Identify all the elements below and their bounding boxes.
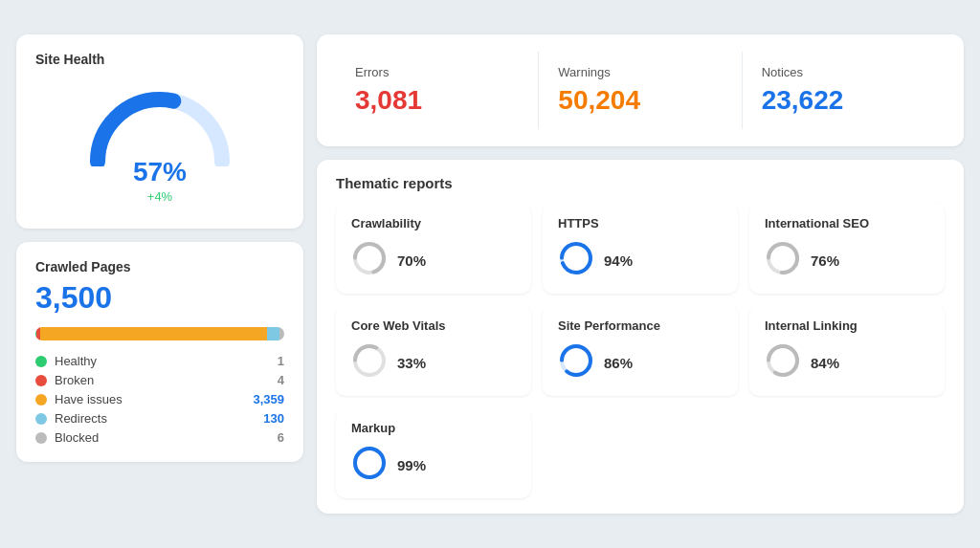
report-name: Crawlability [351,216,516,230]
donut-icon [351,240,388,280]
dot-redirects [35,413,47,425]
report-name: Internal Linking [765,318,929,333]
bar-issues [40,327,267,340]
report-percent: 76% [811,252,839,269]
report-bottom: 84% [765,342,929,383]
donut-icon [558,342,594,383]
gauge-container: 57% +4% [35,77,284,211]
report-name: Site Performance [558,318,723,333]
svg-point-13 [355,449,384,477]
dot-blocked [35,432,47,444]
value-issues: 3,359 [253,392,284,406]
value-blocked: 6 [278,430,284,445]
bar-blocked [279,327,284,340]
report-bottom: 99% [351,445,516,485]
gauge-chart [83,80,236,166]
stat-errors: Errors 3,081 [336,52,538,129]
report-name: Core Web Vitals [351,318,516,333]
thematic-title: Thematic reports [336,175,945,191]
value-healthy: 1 [278,354,284,368]
value-redirects: 130 [263,411,284,426]
report-bottom: 86% [558,342,723,383]
dot-issues [35,394,47,406]
label-issues: Have issues [55,392,253,406]
site-health-card: Site Health 57% +4% [16,34,303,229]
value-broken: 4 [278,373,284,387]
thematic-reports-section: Thematic reports Crawlability 70% HTTPS … [317,160,964,514]
dot-broken [35,375,47,386]
label-redirects: Redirects [55,411,263,426]
legend-blocked: Blocked 6 [35,430,284,445]
notices-label: Notices [762,65,925,79]
svg-point-9 [562,346,590,375]
report-card-international-seo: International SEO 76% [749,203,945,294]
report-card-markup: Markup 99% [336,407,531,498]
report-card-core-web-vitals: Core Web Vitals 33% [336,305,531,396]
report-percent: 86% [604,355,633,371]
report-card-site-performance: Site Performance 86% [543,305,738,396]
stat-notices: Notices 23,622 [742,52,945,129]
crawled-pages-card: Crawled Pages 3,500 Healthy 1 Broken 4 [16,242,303,462]
report-bottom: 33% [351,342,516,383]
report-name: HTTPS [558,216,723,230]
right-column: Errors 3,081 Warnings 50,204 Notices 23,… [317,34,964,514]
pages-legend: Healthy 1 Broken 4 Have issues 3,359 Red… [35,354,284,445]
donut-icon [765,240,801,280]
report-percent: 99% [397,457,426,473]
label-blocked: Blocked [55,430,278,445]
legend-redirects: Redirects 130 [35,411,284,426]
dashboard: Site Health 57% +4% Crawled Pages 3,500 [16,34,964,514]
gauge-percent: 57% [133,157,187,187]
donut-icon [351,445,388,485]
report-percent: 70% [397,252,426,269]
left-column: Site Health 57% +4% Crawled Pages 3,500 [16,34,303,514]
svg-point-3 [562,244,590,273]
report-bottom: 70% [351,240,516,280]
stats-card: Errors 3,081 Warnings 50,204 Notices 23,… [317,34,964,146]
report-bottom: 76% [765,240,929,280]
dot-healthy [35,356,47,367]
report-percent: 94% [604,252,633,269]
report-card-https: HTTPS 94% [543,203,738,294]
report-percent: 84% [811,355,839,371]
legend-healthy: Healthy 1 [35,354,284,368]
site-health-title: Site Health [35,52,284,67]
gauge-delta: +4% [133,189,187,204]
donut-icon [351,342,388,383]
crawled-pages-count: 3,500 [35,280,284,316]
errors-value: 3,081 [355,85,519,116]
report-percent: 33% [397,355,426,371]
label-broken: Broken [55,373,278,387]
warnings-value: 50,204 [558,85,722,116]
warnings-label: Warnings [558,65,722,79]
label-healthy: Healthy [55,354,278,368]
legend-broken: Broken 4 [35,373,284,387]
bar-redirects [267,327,279,340]
reports-grid: Crawlability 70% HTTPS 94% International… [336,203,945,498]
report-card-internal-linking: Internal Linking 84% [749,305,945,396]
stat-warnings: Warnings 50,204 [538,52,741,129]
report-name: International SEO [765,216,929,230]
gauge-text: 57% +4% [133,157,187,204]
donut-icon [765,342,801,383]
errors-label: Errors [355,65,519,79]
report-bottom: 94% [558,240,723,280]
crawled-pages-title: Crawled Pages [35,259,284,274]
donut-icon [558,240,594,280]
notices-value: 23,622 [762,85,925,116]
report-card-crawlability: Crawlability 70% [336,203,531,294]
report-name: Markup [351,421,516,435]
legend-issues: Have issues 3,359 [35,392,284,406]
pages-bar [35,327,284,340]
